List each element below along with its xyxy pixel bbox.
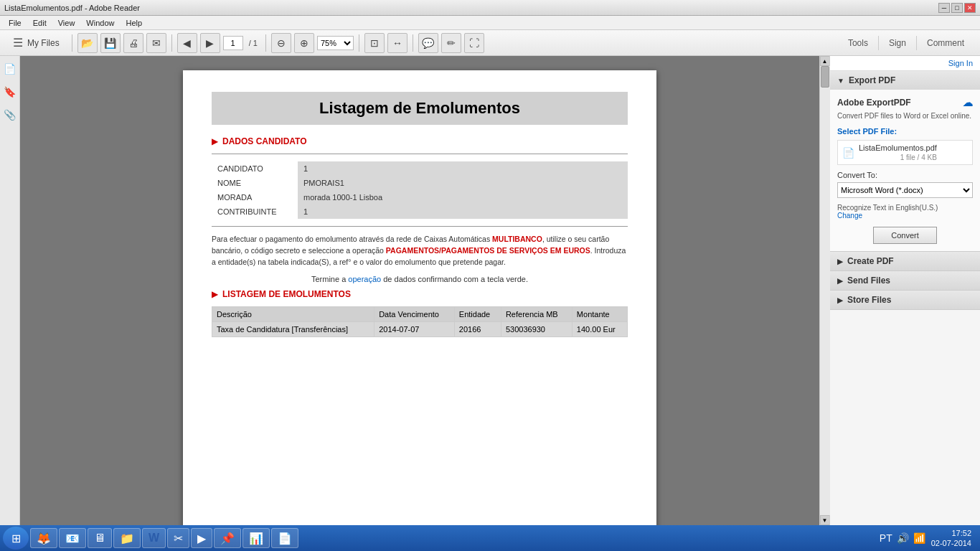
fullscreen-btn[interactable]: ⛶ <box>464 33 484 53</box>
zoom-in-btn[interactable]: ⊕ <box>294 33 314 53</box>
col-descricao: Descrição <box>212 307 374 322</box>
toolbar-right: Tools Sign Comment <box>838 35 974 51</box>
pdf-title: Listagem de Emolumentos <box>212 92 628 125</box>
col-referencia: Referencia MB <box>501 307 572 322</box>
vertical-scrollbar[interactable]: ▲ ▼ <box>819 56 829 525</box>
start-button[interactable]: ⊞ <box>3 527 29 550</box>
systray: PT 🔊 📶 <box>880 532 925 544</box>
sep-3 <box>265 34 266 52</box>
convert-button[interactable]: Convert <box>873 227 937 244</box>
pdf-file-name: ListaEmolumentos.pdf <box>859 143 937 152</box>
taskbar-explorer[interactable]: 📁 <box>113 528 141 548</box>
page-input[interactable] <box>223 36 243 50</box>
send-arrow-icon: ▶ <box>837 277 843 285</box>
print-btn[interactable]: 🖨 <box>123 33 143 53</box>
taskbar-app2[interactable]: ▶ <box>191 528 212 548</box>
outlook-icon: 📧 <box>65 532 80 545</box>
my-files-button[interactable]: ☰ My Files <box>6 33 67 52</box>
recognize-text: Recognize Text in English(U.S.) Change <box>837 204 973 220</box>
field-candidato: CANDIDATO 1 <box>212 161 628 176</box>
pages-icon[interactable]: 📄 <box>3 62 17 76</box>
cell-data: 2014-07-07 <box>374 322 455 337</box>
send-files-header[interactable]: ▶ Send Files <box>830 271 980 290</box>
comment-btn[interactable]: 💬 <box>418 33 438 53</box>
taskbar-app3[interactable]: 📌 <box>214 528 241 548</box>
bookmark-icon[interactable]: 🔖 <box>3 85 17 99</box>
col-entidade: Entidade <box>454 307 501 322</box>
zoom-select[interactable]: 75% 100% 125% 150% <box>317 36 354 50</box>
zoom-out-btn[interactable]: ⊖ <box>271 33 291 53</box>
create-pdf-title: Create PDF <box>847 256 894 266</box>
create-pdf-section: ▶ Create PDF <box>830 252 980 271</box>
taskbar-word[interactable]: W <box>142 528 166 548</box>
volume-icon[interactable]: 🔊 <box>897 532 909 544</box>
table-row: Taxa de Candidatura [Transferências] 201… <box>212 322 628 337</box>
taskbar-right: PT 🔊 📶 17:52 02-07-2014 <box>880 528 977 549</box>
taskbar-firefox[interactable]: 🦊 <box>30 528 57 548</box>
open-btn[interactable]: 📂 <box>77 33 98 53</box>
export-pdf-section: ▼ Export PDF Adobe ExportPDF ☁ Convert P… <box>830 71 980 252</box>
clip-icon[interactable]: 📎 <box>3 108 17 122</box>
save-btn[interactable]: 💾 <box>100 33 121 53</box>
scroll-up-btn[interactable]: ▲ <box>820 56 830 66</box>
taskbar-time: 17:52 02-07-2014 <box>931 528 971 549</box>
scroll-thumb[interactable] <box>821 66 829 88</box>
scroll-track[interactable] <box>820 66 830 515</box>
menu-view[interactable]: View <box>52 17 81 29</box>
network-icon[interactable]: 📶 <box>913 532 925 544</box>
scroll-down-btn[interactable]: ▼ <box>820 515 830 525</box>
hamburger-icon: ☰ <box>13 36 23 50</box>
section2-title: LISTAGEM DE EMOLUMENTOS <box>222 289 351 299</box>
pdf-file-info: ListaEmolumentos.pdf 1 file / 4 KB <box>859 143 937 161</box>
minimize-btn[interactable]: ─ <box>938 3 950 13</box>
candidate-fields: CANDIDATO 1 NOME PMORAIS1 MORADA morada … <box>212 161 628 219</box>
comment-text-btn[interactable]: Comment <box>917 35 974 51</box>
export-arrow-icon: ▼ <box>837 77 844 85</box>
date-display: 02-07-2014 <box>931 538 971 548</box>
fit-page-btn[interactable]: ⊡ <box>364 33 385 53</box>
taskbar-app1[interactable]: ✂ <box>167 528 189 548</box>
store-files-header[interactable]: ▶ Store Files <box>830 291 980 309</box>
section1-title: DADOS CANDIDATO <box>222 136 307 146</box>
section1-arrow: ▶ <box>212 136 218 146</box>
menu-window[interactable]: Window <box>80 17 120 29</box>
sep-4 <box>359 34 359 52</box>
annotation-btn[interactable]: ✏ <box>441 33 461 53</box>
store-arrow-icon: ▶ <box>837 296 843 304</box>
menu-file[interactable]: File <box>3 17 27 29</box>
left-panel: 📄 🔖 📎 <box>0 56 20 525</box>
next-page-btn[interactable]: ▶ <box>200 33 220 53</box>
pdf-viewer[interactable]: Listagem de Emolumentos ▶ DADOS CANDIDAT… <box>20 56 819 525</box>
sep-5 <box>413 34 413 52</box>
col-data: Data Vencimento <box>374 307 455 322</box>
sign-in-link[interactable]: Sign In <box>830 56 980 71</box>
section2-arrow: ▶ <box>212 289 218 299</box>
prev-page-btn[interactable]: ◀ <box>177 33 197 53</box>
close-btn[interactable]: ✕ <box>964 3 976 13</box>
explorer-icon: 📁 <box>120 532 134 545</box>
lang-icon: PT <box>880 532 892 544</box>
select-pdf-label: Select PDF File: <box>837 127 973 136</box>
tools-btn[interactable]: Tools <box>838 35 878 51</box>
export-pdf-title: Export PDF <box>849 75 895 85</box>
email-btn[interactable]: ✉ <box>146 33 166 53</box>
create-pdf-header[interactable]: ▶ Create PDF <box>830 252 980 270</box>
taskbar-teamviewer[interactable]: 🖥 <box>88 528 112 548</box>
change-link[interactable]: Change <box>837 212 862 220</box>
maximize-btn[interactable]: □ <box>951 3 963 13</box>
export-pdf-header[interactable]: ▼ Export PDF <box>830 71 980 90</box>
teamviewer-icon: 🖥 <box>94 532 105 545</box>
pdf-file-item[interactable]: 📄 ListaEmolumentos.pdf 1 file / 4 KB <box>837 140 973 165</box>
center-text: Termine a operação de dados confirmando … <box>212 275 628 283</box>
taskbar-outlook[interactable]: 📧 <box>59 528 86 548</box>
convert-format-select[interactable]: Microsoft Word (*.docx) Microsoft Excel … <box>837 182 973 198</box>
fit-width-btn[interactable]: ↔ <box>387 33 407 53</box>
taskbar-acrobat[interactable]: 📄 <box>271 528 298 548</box>
word-icon: W <box>149 532 159 545</box>
sign-btn[interactable]: Sign <box>879 35 916 51</box>
taskbar-app4[interactable]: 📊 <box>242 528 270 548</box>
menu-help[interactable]: Help <box>120 17 148 29</box>
main-area: 📄 🔖 📎 Listagem de Emolumentos ▶ DADOS CA… <box>0 56 980 525</box>
menu-edit[interactable]: Edit <box>27 17 52 29</box>
title-bar: ListaEmolumentos.pdf - Adobe Reader ─ □ … <box>0 0 980 16</box>
